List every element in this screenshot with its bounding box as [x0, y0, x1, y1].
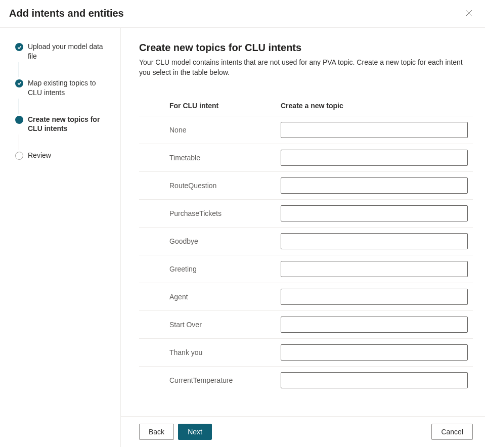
topic-input[interactable]: [281, 233, 468, 249]
step-label: Create new topics for CLU intents: [23, 115, 111, 134]
topic-cell: [281, 205, 468, 221]
topic-cell: [281, 122, 468, 138]
step-review[interactable]: Review: [15, 151, 111, 160]
topic-cell: [281, 261, 468, 277]
dialog-footer: Back Next Cancel: [121, 416, 485, 447]
step-connector: [19, 62, 19, 77]
table-row: None: [139, 116, 473, 144]
topic-cell: [281, 317, 468, 333]
intent-cell: Agent: [169, 293, 281, 301]
topic-cell: [281, 344, 468, 361]
topic-input[interactable]: [281, 317, 468, 333]
table-row: PurchaseTickets: [139, 199, 473, 227]
table-header: For CLU intent Create a new topic: [139, 102, 473, 116]
main-content: Create new topics for CLU intents Your C…: [121, 28, 485, 416]
intent-cell: Goodbye: [169, 237, 281, 245]
intent-cell: Timetable: [169, 154, 281, 162]
step-label: Map existing topics to CLU intents: [23, 78, 111, 98]
topic-input[interactable]: [281, 122, 468, 138]
topic-input[interactable]: [281, 205, 468, 221]
topic-input[interactable]: [281, 344, 468, 361]
page-title: Create new topics for CLU intents: [139, 42, 473, 54]
step-upload[interactable]: Upload your model data file: [15, 42, 111, 61]
table-row: Timetable: [139, 144, 473, 171]
step-connector: [19, 99, 19, 114]
back-button[interactable]: Back: [139, 424, 174, 440]
intent-cell: RouteQuestion: [169, 182, 281, 190]
step-create[interactable]: Create new topics for CLU intents: [15, 115, 111, 134]
pending-step-icon: [15, 152, 23, 160]
close-icon: [465, 10, 472, 17]
intent-cell: Thank you: [169, 348, 281, 356]
table-row: Greeting: [139, 255, 473, 283]
table-row: RouteQuestion: [139, 171, 473, 199]
next-button[interactable]: Next: [178, 424, 212, 440]
table-row: CurrentTemperature: [139, 366, 473, 394]
intent-cell: Start Over: [169, 321, 281, 329]
table-row: Agent: [139, 283, 473, 310]
intent-cell: Greeting: [169, 265, 281, 273]
table-body: NoneTimetableRouteQuestionPurchaseTicket…: [139, 116, 473, 394]
topic-input[interactable]: [281, 150, 468, 166]
current-step-icon: [15, 116, 23, 124]
topic-cell: [281, 177, 468, 194]
topic-cell: [281, 289, 468, 305]
dialog-title: Add intents and entities: [9, 8, 124, 19]
table-row: Goodbye: [139, 227, 473, 255]
topic-cell: [281, 372, 468, 388]
topic-input[interactable]: [281, 289, 468, 305]
wizard-sidebar: Upload your model data file Map existing…: [0, 28, 121, 447]
step-connector: [19, 135, 19, 150]
intent-cell: None: [169, 126, 281, 134]
topic-input[interactable]: [281, 261, 468, 277]
intent-cell: PurchaseTickets: [169, 209, 281, 217]
step-map[interactable]: Map existing topics to CLU intents: [15, 78, 111, 98]
checkmark-icon: [15, 43, 23, 51]
topic-cell: [281, 233, 468, 249]
cancel-button[interactable]: Cancel: [431, 424, 473, 440]
dialog-header: Add intents and entities: [0, 0, 485, 28]
main-panel: Create new topics for CLU intents Your C…: [121, 28, 485, 447]
topic-cell: [281, 150, 468, 166]
column-header-intent: For CLU intent: [169, 102, 281, 110]
intents-table: For CLU intent Create a new topic NoneTi…: [139, 102, 473, 394]
column-header-topic: Create a new topic: [281, 102, 473, 110]
topic-input[interactable]: [281, 177, 468, 194]
topic-input[interactable]: [281, 372, 468, 388]
step-label: Review: [23, 151, 51, 160]
table-row: Start Over: [139, 310, 473, 338]
step-label: Upload your model data file: [23, 42, 111, 61]
table-row: Thank you: [139, 338, 473, 366]
close-button[interactable]: [463, 7, 475, 19]
checkmark-icon: [15, 79, 23, 87]
page-description: Your CLU model contains intents that are…: [139, 58, 473, 77]
intent-cell: CurrentTemperature: [169, 376, 281, 384]
dialog-body: Upload your model data file Map existing…: [0, 28, 485, 447]
